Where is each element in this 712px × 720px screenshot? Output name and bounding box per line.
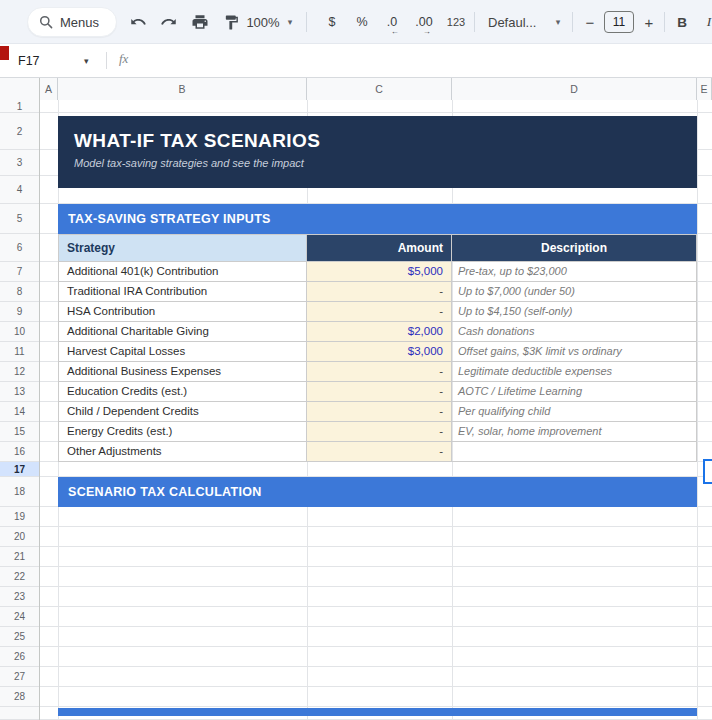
inputs-section-header-cell[interactable]: TAX-SAVING STRATEGY INPUTS [58, 204, 697, 234]
column-header-E[interactable]: E [697, 78, 712, 100]
input-table-row: Education Credits (est.) - AOTC / Lifeti… [58, 382, 697, 402]
zoom-value: 100% [246, 15, 279, 30]
row-header-7[interactable]: 7 [0, 262, 39, 282]
description-cell[interactable]: Cash donations [452, 322, 697, 342]
format-percent-button[interactable]: % [348, 0, 376, 44]
row-header-3[interactable]: 3 [0, 150, 39, 176]
strategy-cell[interactable]: Additional 401(k) Contribution [58, 262, 307, 282]
font-size-value: 11 [613, 15, 625, 29]
description-cell[interactable]: Per qualifying child [452, 402, 697, 422]
format-currency-button[interactable]: $ [318, 0, 346, 44]
strategy-cell[interactable]: Additional Business Expenses [58, 362, 307, 382]
description-cell[interactable]: EV, solar, home improvement [452, 422, 697, 442]
paint-format-button[interactable] [217, 0, 245, 44]
strategy-cell[interactable]: Additional Charitable Giving [58, 322, 307, 342]
row-header-15[interactable]: 15 [0, 422, 39, 442]
row-header-18[interactable]: 18 [0, 477, 39, 507]
row-header-16[interactable]: 16 [0, 442, 39, 462]
italic-button[interactable]: I [699, 0, 712, 44]
row-header-14[interactable]: 14 [0, 402, 39, 422]
menus-search-pill[interactable]: Menus [27, 7, 117, 37]
description-cell[interactable]: Up to $4,150 (self-only) [452, 302, 697, 322]
row-header-4[interactable]: 4 [0, 176, 39, 204]
description-cell[interactable]: AOTC / Lifetime Learning [452, 382, 697, 402]
amount-input-cell[interactable]: $3,000 [307, 342, 452, 362]
row-header-17[interactable]: 17 [0, 462, 39, 477]
row-header-27[interactable]: 27 [0, 667, 39, 687]
description-cell[interactable]: Offset gains, $3K limit vs ordinary [452, 342, 697, 362]
row-header-20[interactable]: 20 [0, 527, 39, 547]
column-header-B[interactable]: B [58, 78, 307, 100]
select-all-corner[interactable] [0, 78, 40, 100]
strategy-cell[interactable]: Traditional IRA Contribution [58, 282, 307, 302]
print-button[interactable] [186, 0, 214, 44]
row-header-1[interactable]: 1 [0, 100, 39, 113]
amount-input-cell[interactable]: - [307, 422, 452, 442]
row-header-12[interactable]: 12 [0, 362, 39, 382]
toolbar-divider [474, 12, 475, 32]
undo-button[interactable] [124, 0, 152, 44]
sheet-subtitle: Model tax-saving strategies and see the … [74, 157, 697, 169]
strategy-cell[interactable]: Child / Dependent Credits [58, 402, 307, 422]
more-formats-button[interactable]: 123 [440, 0, 472, 44]
strategy-cell[interactable]: HSA Contribution [58, 302, 307, 322]
title-banner-cell[interactable]: WHAT-IF TAX SCENARIOS Model tax-saving s… [58, 116, 697, 188]
spreadsheet-grid[interactable]: WHAT-IF TAX SCENARIOS Model tax-saving s… [0, 100, 712, 720]
calc-section-header-cell[interactable]: SCENARIO TAX CALCULATION [58, 477, 697, 507]
row-header-25[interactable]: 25 [0, 627, 39, 647]
column-header-D[interactable]: D [452, 78, 697, 100]
zoom-select[interactable]: 100% [242, 0, 284, 44]
amount-input-cell[interactable]: - [307, 282, 452, 302]
strategy-cell[interactable]: Other Adjustments [58, 442, 307, 462]
row-header-2[interactable]: 2 [0, 113, 39, 150]
row-header-5[interactable]: 5 [0, 204, 39, 234]
font-family-select[interactable]: Defaul... [482, 0, 548, 44]
strategy-cell[interactable]: Energy Credits (est.) [58, 422, 307, 442]
description-cell[interactable]: Legitimate deductible expenses [452, 362, 697, 382]
row-header-6[interactable]: 6 [0, 234, 39, 262]
row-header-21[interactable]: 21 [0, 547, 39, 567]
row-header-29[interactable] [0, 707, 39, 720]
description-column-header[interactable]: Description [452, 234, 697, 262]
decrease-decimal-button[interactable]: .0← [378, 0, 406, 44]
amount-input-cell[interactable]: - [307, 402, 452, 422]
strategy-cell[interactable]: Education Credits (est.) [58, 382, 307, 402]
row-header-10[interactable]: 10 [0, 322, 39, 342]
row-header-28[interactable]: 28 [0, 687, 39, 707]
redo-button[interactable] [155, 0, 183, 44]
row-header-22[interactable]: 22 [0, 567, 39, 587]
amount-column-header[interactable]: Amount [307, 234, 452, 262]
toolbar: Menus 100% ▾ $ % .0← .00→ 123 [0, 0, 712, 44]
row-header-13[interactable]: 13 [0, 382, 39, 402]
strategy-column-header[interactable]: Strategy [58, 234, 307, 262]
description-cell[interactable]: Up to $7,000 (under 50) [452, 282, 697, 302]
amount-input-cell[interactable]: - [307, 382, 452, 402]
column-header-A[interactable]: A [40, 78, 58, 100]
column-header-C[interactable]: C [307, 78, 452, 100]
increase-font-size-button[interactable]: + [638, 0, 660, 44]
row-header-8[interactable]: 8 [0, 282, 39, 302]
name-box-caret-icon[interactable]: ▾ [84, 56, 89, 66]
toolbar-divider [572, 12, 573, 32]
row-header-24[interactable]: 24 [0, 607, 39, 627]
cell-name-box[interactable]: F17 [18, 44, 40, 77]
amount-input-cell[interactable]: $2,000 [307, 322, 452, 342]
increase-decimal-button[interactable]: .00→ [408, 0, 440, 44]
row-header-26[interactable]: 26 [0, 647, 39, 667]
amount-input-cell[interactable]: - [307, 302, 452, 322]
bold-button[interactable]: B [671, 0, 693, 44]
description-cell[interactable] [452, 442, 697, 462]
amount-input-cell[interactable]: $5,000 [307, 262, 452, 282]
decrease-font-size-button[interactable]: − [579, 0, 601, 44]
row-header-19[interactable]: 19 [0, 507, 39, 527]
red-marker [0, 46, 9, 60]
row-header-11[interactable]: 11 [0, 342, 39, 362]
amount-input-cell[interactable]: - [307, 442, 452, 462]
row-header-9[interactable]: 9 [0, 302, 39, 322]
row-header-23[interactable]: 23 [0, 587, 39, 607]
amount-input-cell[interactable]: - [307, 362, 452, 382]
font-size-input[interactable]: 11 [604, 11, 634, 33]
strategy-cell[interactable]: Harvest Capital Losses [58, 342, 307, 362]
zoom-caret-icon: ▾ [284, 0, 296, 44]
description-cell[interactable]: Pre-tax, up to $23,000 [452, 262, 697, 282]
